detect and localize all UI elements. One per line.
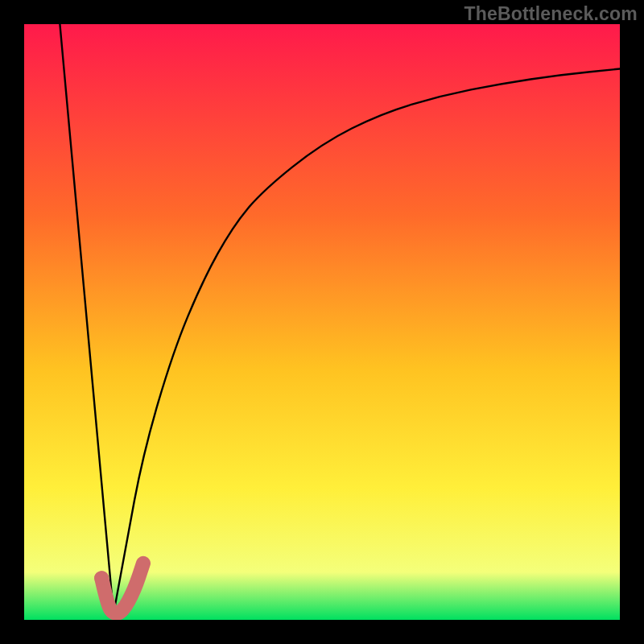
plot-area (24, 24, 620, 620)
gradient-background (24, 24, 620, 620)
watermark-text: TheBottleneck.com (464, 3, 638, 25)
valley-marker-dot (94, 571, 109, 585)
chart-frame: TheBottleneck.com (0, 0, 644, 644)
chart-svg (24, 24, 620, 620)
